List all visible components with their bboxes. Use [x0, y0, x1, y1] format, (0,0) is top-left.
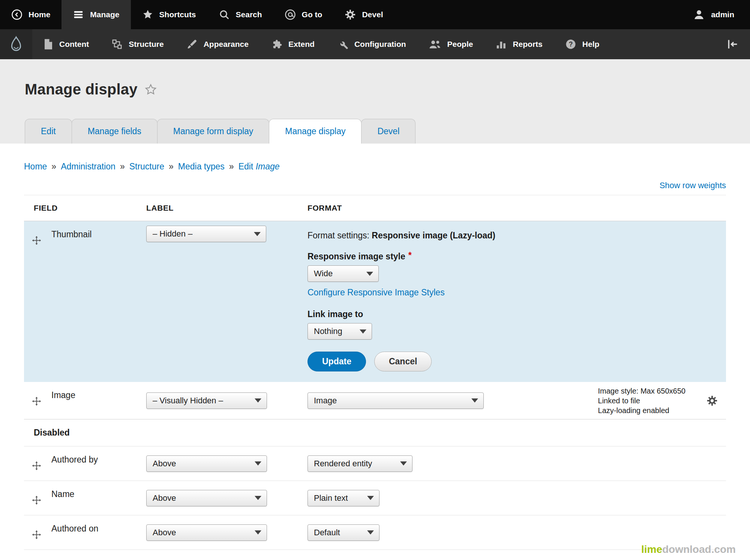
drupal-logo[interactable]: [0, 29, 32, 59]
cancel-button[interactable]: Cancel: [374, 352, 432, 371]
authored-by-label-select[interactable]: Above: [146, 455, 267, 472]
toolbar-user-menu[interactable]: admin: [682, 0, 750, 29]
configure-responsive-styles-link[interactable]: Configure Responsive Image Styles: [308, 287, 445, 297]
authored-by-format-select[interactable]: Rendered entity: [308, 455, 412, 472]
breadcrumb-home[interactable]: Home: [24, 162, 47, 171]
drag-handle-icon[interactable]: [32, 235, 42, 246]
menu-item-label: Configuration: [354, 40, 406, 49]
menu-item-reports[interactable]: Reports: [484, 29, 554, 59]
chevron-down-icon: [255, 530, 261, 535]
chevron-down-icon: [255, 496, 261, 500]
image-format-select[interactable]: Image: [308, 392, 484, 409]
help-icon: ?: [565, 39, 576, 50]
toolbar-item-shortcuts[interactable]: Shortcuts: [131, 0, 207, 29]
menu-item-help[interactable]: ? Help: [554, 29, 611, 59]
selected-value: Nothing: [314, 326, 342, 336]
tab-edit[interactable]: Edit: [25, 119, 72, 144]
selected-value: Default: [314, 528, 340, 538]
star-icon: [142, 9, 153, 20]
menu-item-people[interactable]: People: [417, 29, 484, 59]
field-name: Authored on: [51, 524, 98, 534]
field-display-table: FIELD LABEL FORMAT Thumbnail – Hidden –: [24, 195, 726, 550]
menu-item-configuration[interactable]: Configuration: [326, 29, 417, 59]
watermark-lime: lime: [641, 544, 662, 555]
drag-handle-icon[interactable]: [32, 396, 42, 406]
person-icon: [693, 9, 705, 21]
drag-handle-icon[interactable]: [32, 461, 42, 471]
field-name: Image: [51, 390, 75, 400]
breadcrumb: Home»Administration»Structure»Media type…: [24, 162, 726, 172]
admin-toolbar: Home Manage Shortcuts Search Go to Devel: [0, 0, 750, 29]
toolbar-item-devel[interactable]: Devel: [333, 0, 394, 29]
toolbar-item-label: Search: [236, 10, 262, 19]
menu-item-appearance[interactable]: Appearance: [175, 29, 260, 59]
summary-line: Image style: Max 650x650: [598, 386, 686, 396]
responsive-style-select[interactable]: Wide: [308, 265, 379, 282]
drag-handle-icon[interactable]: [32, 495, 42, 505]
field-name: Authored by: [51, 455, 98, 465]
name-format-select[interactable]: Plain text: [308, 490, 380, 506]
authored-on-format-select[interactable]: Default: [308, 524, 380, 541]
breadcrumb-current[interactable]: Edit Image: [238, 162, 280, 171]
column-header-format: FORMAT: [298, 204, 726, 213]
people-icon: [429, 39, 441, 50]
table-row-name: Name Above Plain text: [24, 481, 726, 515]
breadcrumb-separator: »: [169, 162, 174, 171]
breadcrumb-current-em: Image: [256, 162, 280, 171]
image-label-select[interactable]: – Visually Hidden –: [146, 392, 267, 409]
field-name: Name: [51, 489, 74, 499]
link-image-to-label: Link image to: [308, 309, 726, 319]
link-image-to-select[interactable]: Nothing: [308, 323, 372, 340]
update-button[interactable]: Update: [308, 352, 366, 371]
menu-item-label: Reports: [513, 40, 542, 49]
breadcrumb-administration[interactable]: Administration: [61, 162, 116, 171]
puzzle-icon: [271, 39, 282, 50]
paintbrush-icon: [186, 39, 198, 50]
format-settings-label: Format settings:: [308, 231, 369, 240]
menu-item-content[interactable]: Content: [32, 29, 100, 59]
goto-icon: [285, 9, 296, 20]
table-row-image: Image – Visually Hidden – Image Image st…: [24, 382, 726, 419]
format-settings-summary: Format settings: Responsive image (Lazy-…: [308, 230, 726, 241]
selected-value: – Visually Hidden –: [153, 396, 223, 406]
toolbar-item-search[interactable]: Search: [207, 0, 273, 29]
admin-menu-bar: Content Structure Appearance Extend Conf…: [0, 29, 750, 59]
name-label-select[interactable]: Above: [146, 490, 267, 506]
tab-devel[interactable]: Devel: [361, 119, 416, 144]
field-name: Thumbnail: [51, 229, 92, 240]
selected-value: – Hidden –: [153, 229, 192, 239]
selected-value: Wide: [314, 269, 333, 279]
svg-text:?: ?: [568, 40, 573, 48]
toolbar-item-label: Go to: [302, 10, 322, 19]
tab-manage-fields[interactable]: Manage fields: [72, 119, 158, 144]
toolbar-collapse-button[interactable]: [716, 29, 750, 59]
page-title: Manage display: [25, 81, 138, 98]
menu-item-extend[interactable]: Extend: [260, 29, 326, 59]
thumbnail-label-select[interactable]: – Hidden –: [146, 226, 266, 242]
selected-value: Above: [153, 459, 176, 469]
toolbar-item-label: Shortcuts: [159, 10, 196, 19]
document-icon: [44, 39, 53, 50]
watermark: limedownload.com: [641, 544, 736, 556]
show-row-weights-link[interactable]: Show row weights: [660, 181, 726, 190]
selected-value: Plain text: [314, 493, 348, 503]
tab-manage-form-display[interactable]: Manage form display: [157, 119, 270, 144]
menu-item-structure[interactable]: Structure: [100, 29, 175, 59]
tab-manage-display[interactable]: Manage display: [269, 119, 362, 144]
drag-handle-icon[interactable]: [32, 530, 42, 540]
breadcrumb-media-types[interactable]: Media types: [178, 162, 225, 171]
wrench-icon: [337, 39, 348, 50]
favorite-star-icon[interactable]: [144, 83, 157, 96]
breadcrumb-structure[interactable]: Structure: [129, 162, 164, 171]
format-settings-gear-icon[interactable]: [706, 395, 718, 406]
chevron-down-icon: [255, 461, 261, 466]
toolbar-item-home[interactable]: Home: [0, 0, 62, 29]
table-row-authored-on: Authored on Above Default: [24, 515, 726, 550]
bar-chart-icon: [495, 39, 507, 50]
authored-on-label-select[interactable]: Above: [146, 524, 267, 541]
search-icon: [219, 9, 230, 20]
column-header-field: FIELD: [24, 204, 136, 213]
toolbar-item-manage[interactable]: Manage: [62, 0, 130, 29]
hamburger-icon: [73, 9, 84, 20]
toolbar-item-goto[interactable]: Go to: [273, 0, 334, 29]
